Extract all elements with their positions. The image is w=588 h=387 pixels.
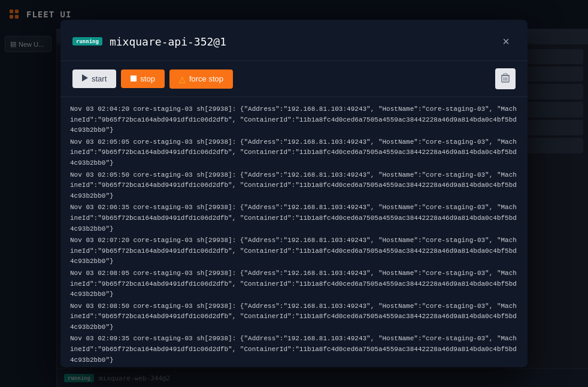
log-line: Nov 03 02:05:50 core-staging-03 sh[29938… [70,170,518,202]
svg-marker-0 [82,74,88,81]
log-line: Nov 03 02:05:05 core-staging-03 sh[29938… [70,137,518,169]
delete-button[interactable] [495,68,516,89]
modal-title: mixquare-api-352@1 [110,35,226,48]
trash-icon [501,73,510,84]
svg-rect-1 [131,75,137,81]
log-line: Nov 03 02:07:20 core-staging-03 sh[29938… [70,235,518,267]
start-button-label: start [92,74,107,83]
svg-rect-4 [504,74,507,75]
modal-header: running mixquare-api-352@1 × [60,20,528,61]
log-line: Nov 03 02:08:50 core-staging-03 sh[29938… [70,301,518,333]
warning-icon: △ [179,74,186,84]
toolbar-left: start stop △ force stop [72,69,233,89]
modal-title-group: running mixquare-api-352@1 [72,35,226,48]
modal-dialog: running mixquare-api-352@1 × start [60,20,528,367]
force-stop-button-label: force stop [189,74,223,83]
log-line: Nov 03 02:09:35 core-staging-03 sh[29938… [70,334,518,365]
modal-overlay: running mixquare-api-352@1 × start [0,0,588,387]
start-button[interactable]: start [72,69,116,88]
log-line: Nov 03 02:10:20 core-staging-03 sh[29938… [70,367,518,367]
stop-button-label: stop [140,74,155,83]
modal-status-badge: running [72,37,102,46]
force-stop-button[interactable]: △ force stop [169,69,233,89]
log-line: Nov 03 02:04:20 core-staging-03 sh[29938… [70,104,518,136]
stop-icon [131,74,137,83]
log-line: Nov 03 02:06:35 core-staging-03 sh[29938… [70,202,518,234]
modal-close-button[interactable]: × [496,32,516,51]
stop-button[interactable]: stop [121,69,165,88]
modal-toolbar: start stop △ force stop [60,61,528,97]
play-icon [82,74,88,83]
log-line: Nov 03 02:08:05 core-staging-03 sh[29938… [70,268,518,300]
close-icon: × [502,35,510,49]
log-output[interactable]: Nov 03 02:04:20 core-staging-03 sh[29938… [60,97,528,367]
